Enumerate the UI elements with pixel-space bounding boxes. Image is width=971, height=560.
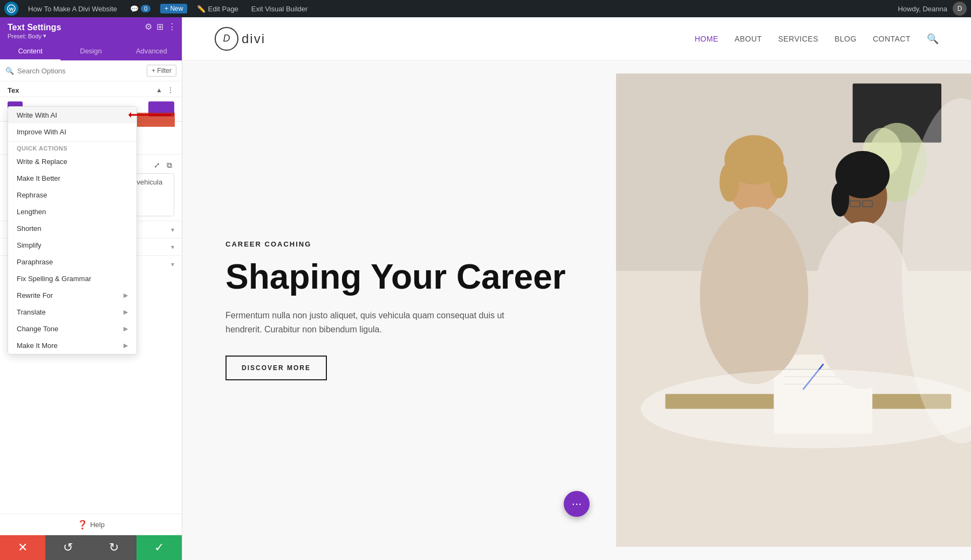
ai-dropdown-menu: Write With AI Improve With AI Quick Acti… [8,106,137,354]
undo-button[interactable]: ↺ [45,535,91,560]
text-section-header: Text ▲ ⋮ [0,81,182,97]
more-options-icon[interactable]: ⋮ [167,86,174,94]
write-with-ai-item[interactable]: Write With AI [8,107,136,124]
tab-design[interactable]: Design [60,43,121,60]
expand-icon[interactable]: ⤢ [152,160,162,170]
red-arrow-indicator [128,109,182,121]
nav-blog[interactable]: BLOG [835,35,857,43]
make-more-item[interactable]: Make It More ▶ [8,337,136,354]
action-bar: ✕ ↺ ↻ ✓ [0,535,182,560]
simplify-item[interactable]: Simplify [8,237,136,254]
rewrite-submenu-arrow: ▶ [124,292,128,299]
plus-new-button[interactable]: + New [160,4,187,13]
tab-content[interactable]: Content [0,43,60,60]
write-replace-item[interactable]: Write & Replace [8,153,136,170]
admin-bar-right: Howdy, Deanna D [898,2,967,16]
hero-section: CAREER COACHING Shaping Your Career Ferm… [182,60,971,560]
collapse-icon[interactable]: ▲ [156,86,162,94]
site-header: D divi HOME ABOUT SERVICES BLOG CONTACT … [182,17,971,60]
site-nav: HOME ABOUT SERVICES BLOG CONTACT 🔍 [695,33,939,45]
svg-point-22 [813,222,912,390]
nav-home[interactable]: HOME [695,35,719,43]
translate-submenu-arrow: ▶ [124,309,128,316]
nav-services[interactable]: SERVICES [778,35,818,43]
website-preview: D divi HOME ABOUT SERVICES BLOG CONTACT … [182,17,971,560]
admin-chevron-icon: ▾ [171,261,174,268]
change-tone-submenu-arrow: ▶ [124,325,128,332]
svg-point-17 [770,161,788,198]
rewrite-for-item[interactable]: Rewrite For ▶ [8,287,136,304]
hero-image [616,60,971,560]
search-icon[interactable]: 🔍 [927,33,939,45]
help-button[interactable]: ❓ Help [77,520,105,530]
hero-description: Fermentum nulla non justo aliquet, quis … [225,309,506,336]
search-icon: 🔍 [5,67,14,75]
change-tone-item[interactable]: Change Tone ▶ [8,320,136,337]
link-chevron-icon: ▾ [171,226,174,234]
redo-button[interactable]: ↻ [91,535,136,560]
cancel-button[interactable]: ✕ [0,535,45,560]
svg-marker-3 [128,112,131,118]
text-section-title: Text [8,86,22,94]
search-bar: 🔍 + Filter [0,60,182,81]
quick-actions-divider: Quick Actions [8,141,136,153]
admin-bar: W How To Make A Divi Website 💬 0 + New ✏… [0,0,971,17]
help-icon: ❓ [77,520,88,530]
svg-point-18 [700,207,808,384]
comment-count: 0 [141,5,151,12]
make-more-submenu-arrow: ▶ [124,342,128,349]
svg-text:W: W [9,6,14,12]
nav-about[interactable]: ABOUT [735,35,762,43]
panel-tabs: Content Design Advanced [0,43,182,60]
improve-with-ai-item[interactable]: Improve With AI [8,124,136,140]
comments-link[interactable]: 💬 0 [127,5,154,13]
search-input[interactable] [17,67,143,75]
left-panel: Text Settings Preset: Body ▾ ⚙ ⊞ ⋮ Conte… [0,17,182,560]
paraphrase-item[interactable]: Paraphrase [8,254,136,270]
copy-icon[interactable]: ⧉ [165,160,174,171]
bg-chevron-icon: ▾ [171,243,174,251]
layout-icon[interactable]: ⊞ [156,22,163,32]
svg-point-16 [720,162,740,202]
confirm-button[interactable]: ✓ [136,535,182,560]
svg-point-21 [831,182,849,216]
hero-cta-button[interactable]: DISCOVER MORE [225,356,327,380]
hero-content: CAREER COACHING Shaping Your Career Ferm… [182,60,616,560]
hero-title: Shaping Your Career [225,258,573,296]
hero-tag: CAREER COACHING [225,240,573,248]
nav-contact[interactable]: CONTACT [873,35,911,43]
user-avatar: D [953,2,967,16]
hero-image-svg [616,60,971,560]
exit-builder-link[interactable]: Exit Visual Builder [248,5,311,13]
more-icon[interactable]: ⋮ [168,22,176,32]
lengthen-item[interactable]: Lengthen [8,203,136,220]
tab-advanced[interactable]: Advanced [121,43,182,60]
panel-header-icons: ⚙ ⊞ ⋮ [145,22,176,32]
settings-icon[interactable]: ⚙ [145,22,152,32]
rephrase-item[interactable]: Rephrase [8,187,136,203]
panel-header: Text Settings Preset: Body ▾ ⚙ ⊞ ⋮ [0,17,182,43]
panel-bottom: ❓ Help [0,514,182,535]
translate-item[interactable]: Translate ▶ [8,304,136,320]
fix-spelling-item[interactable]: Fix Spelling & Grammar [8,270,136,287]
edit-page-link[interactable]: ✏️ Edit Page [194,5,241,13]
make-better-item[interactable]: Make It Better [8,170,136,187]
site-logo[interactable]: D divi [215,27,265,51]
floating-actions-button[interactable]: ··· [564,491,590,517]
main-layout: Text Settings Preset: Body ▾ ⚙ ⊞ ⋮ Conte… [0,17,971,560]
logo-circle: D [215,27,238,51]
filter-button[interactable]: + Filter [147,65,176,77]
shorten-item[interactable]: Shorten [8,220,136,237]
site-title-link[interactable]: How To Make A Divi Website [25,5,120,13]
text-section-controls: ▲ ⋮ [156,86,174,94]
write-with-ai-row: Write With AI [8,107,136,124]
panel-preset: Preset: Body ▾ [8,32,174,39]
wp-logo-icon[interactable]: W [4,2,18,16]
